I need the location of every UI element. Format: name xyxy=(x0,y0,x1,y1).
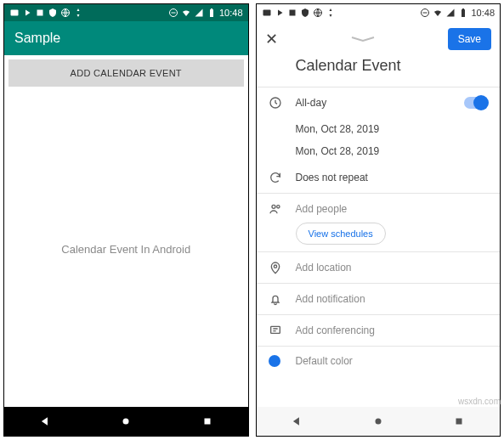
add-conferencing-row[interactable]: Add conferencing xyxy=(257,315,501,346)
wifi-icon xyxy=(433,8,443,18)
phone-left: 10:48 Sample ADD CALENDAR EVENT Calendar… xyxy=(3,3,249,437)
leaf-icon xyxy=(326,8,336,18)
repeat-row[interactable]: Does not repeat xyxy=(257,162,501,193)
nav-back-button[interactable] xyxy=(291,415,303,427)
event-form: All-day Mon, Oct 28, 2019 Mon, Oct 28, 2… xyxy=(257,87,501,407)
globe-icon xyxy=(313,8,323,18)
triangle-icon xyxy=(275,8,285,18)
add-people-row[interactable]: Add people xyxy=(257,194,501,224)
center-label: Calendar Event In Android xyxy=(4,91,248,407)
battery-icon xyxy=(207,8,217,18)
triangle-icon xyxy=(22,8,32,18)
signal-icon xyxy=(194,8,204,18)
repeat-label: Does not repeat xyxy=(296,172,489,183)
shield-icon xyxy=(300,8,310,18)
nav-bar xyxy=(257,407,501,436)
add-conferencing-label: Add conferencing xyxy=(296,324,489,336)
svg-rect-1 xyxy=(37,10,43,16)
add-location-label: Add location xyxy=(296,262,489,274)
watermark: wsxdn.com xyxy=(458,397,501,406)
svg-rect-12 xyxy=(462,9,465,17)
event-header: ✕ Save xyxy=(257,21,501,54)
status-time: 10:48 xyxy=(471,8,495,18)
square-icon xyxy=(287,8,297,18)
messages-icon xyxy=(262,8,272,18)
svg-point-17 xyxy=(274,265,276,268)
nav-recents-button[interactable] xyxy=(453,415,465,427)
nav-recents-button[interactable] xyxy=(201,415,213,427)
nav-back-button[interactable] xyxy=(39,415,51,427)
svg-rect-5 xyxy=(211,8,212,9)
app-bar: Sample xyxy=(4,21,248,55)
globe-icon xyxy=(60,8,71,18)
status-bar: 10:48 xyxy=(257,4,501,21)
svg-point-16 xyxy=(276,206,279,208)
messages-icon xyxy=(9,8,20,18)
clock-icon xyxy=(269,96,296,110)
svg-rect-13 xyxy=(462,8,464,9)
svg-rect-18 xyxy=(270,326,280,333)
save-button[interactable]: Save xyxy=(448,28,491,50)
svg-point-6 xyxy=(123,419,129,425)
start-date: Mon, Oct 28, 2019 xyxy=(296,123,489,135)
nav-bar xyxy=(4,407,248,436)
wifi-icon xyxy=(181,8,191,18)
svg-rect-7 xyxy=(204,419,210,425)
add-people-label: Add people xyxy=(296,203,489,215)
svg-rect-20 xyxy=(456,419,462,425)
add-notification-label: Add notification xyxy=(296,293,489,305)
allday-label: All-day xyxy=(296,97,465,109)
color-label: Default color xyxy=(296,355,489,367)
repeat-icon xyxy=(269,171,296,184)
svg-point-15 xyxy=(272,205,275,208)
end-date-row[interactable]: Mon, Oct 28, 2019 xyxy=(257,140,501,162)
svg-rect-4 xyxy=(210,9,213,17)
dnd-icon xyxy=(420,8,430,18)
svg-point-19 xyxy=(375,419,381,425)
event-title-field[interactable]: Calendar Event xyxy=(257,54,501,87)
svg-rect-9 xyxy=(289,10,295,16)
signal-icon xyxy=(445,8,456,18)
shield-icon xyxy=(48,8,58,18)
allday-row[interactable]: All-day xyxy=(257,87,501,118)
add-calendar-event-button[interactable]: ADD CALENDAR EVENT xyxy=(8,59,244,87)
phone-right: 10:48 ✕ Save Calendar Event All-day Mon,… xyxy=(256,3,501,437)
color-dot-icon xyxy=(269,355,296,367)
app-title: Sample xyxy=(14,31,60,46)
nav-home-button[interactable] xyxy=(372,415,384,427)
status-time: 10:48 xyxy=(219,8,243,18)
bell-icon xyxy=(269,292,296,306)
location-icon xyxy=(269,261,296,274)
square-icon xyxy=(35,8,45,18)
add-location-row[interactable]: Add location xyxy=(257,252,501,283)
conferencing-icon xyxy=(269,324,296,337)
status-bar: 10:48 xyxy=(4,4,248,21)
close-icon[interactable]: ✕ xyxy=(265,31,278,47)
people-icon xyxy=(269,202,296,216)
add-notification-row[interactable]: Add notification xyxy=(257,284,501,314)
dnd-icon xyxy=(168,8,178,18)
start-date-row[interactable]: Mon, Oct 28, 2019 xyxy=(257,118,501,140)
end-date: Mon, Oct 28, 2019 xyxy=(296,145,489,157)
drag-handle-icon[interactable] xyxy=(278,36,448,42)
nav-home-button[interactable] xyxy=(120,415,132,427)
allday-toggle[interactable] xyxy=(464,97,488,109)
battery-icon xyxy=(458,8,468,18)
view-schedules-button[interactable]: View schedules xyxy=(296,223,386,245)
color-row[interactable]: Default color xyxy=(257,347,501,375)
svg-rect-0 xyxy=(11,10,19,16)
leaf-icon xyxy=(73,8,83,18)
svg-rect-8 xyxy=(263,10,270,16)
